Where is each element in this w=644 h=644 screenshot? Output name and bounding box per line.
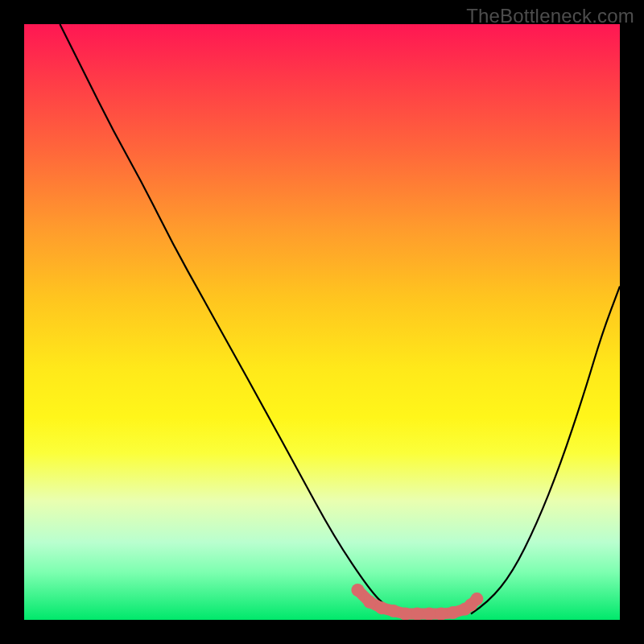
chart-frame: { "watermark": "TheBottleneck.com", "col… <box>0 0 644 644</box>
plot-gradient-area <box>24 24 620 620</box>
